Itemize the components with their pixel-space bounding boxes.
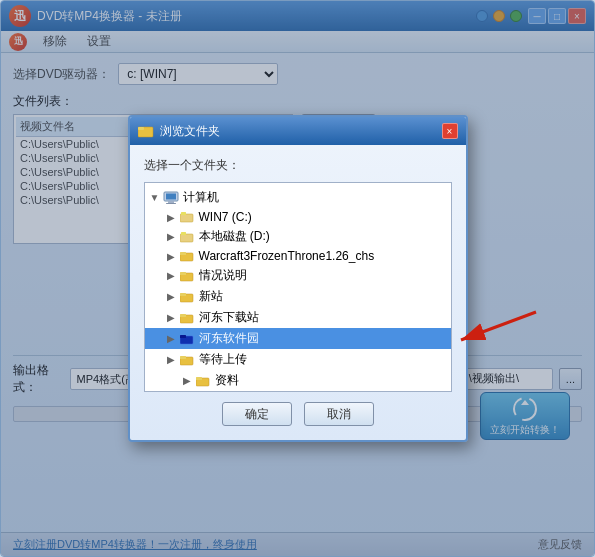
- folder-hedong-dl-icon: [179, 311, 195, 325]
- expand-icon-qingkuang: ▶: [165, 270, 177, 282]
- tree-node-win7[interactable]: ▶ WIN7 (C:): [145, 208, 451, 226]
- tree-node-hedong-sw[interactable]: ▶ 河东软件园: [145, 328, 451, 349]
- confirm-button[interactable]: 确定: [222, 402, 292, 426]
- svg-rect-7: [138, 127, 144, 130]
- drive-d-icon: [179, 230, 195, 244]
- tree-label-hedong-dl: 河东下载站: [199, 309, 259, 326]
- dialog-title: 浏览文件夹: [160, 123, 442, 140]
- computer-icon: [163, 191, 179, 205]
- svg-rect-17: [180, 252, 186, 255]
- expand-icon-warcraft: ▶: [165, 250, 177, 262]
- svg-rect-29: [196, 377, 202, 380]
- tree-label-computer: 计算机: [183, 189, 219, 206]
- svg-rect-11: [166, 203, 176, 204]
- folder-dengdai-icon: [179, 353, 195, 367]
- svg-rect-23: [180, 314, 186, 317]
- svg-rect-13: [181, 212, 186, 215]
- expand-icon-dengdai: ▶: [165, 354, 177, 366]
- svg-rect-12: [180, 214, 193, 222]
- tree-node-warcraft[interactable]: ▶ Warcraft3FrozenThrone1.26_chs: [145, 247, 451, 265]
- tree-label-ziliao: 资料: [215, 372, 239, 389]
- dialog-instruction: 选择一个文件夹：: [144, 157, 452, 174]
- folder-warcraft-icon: [179, 249, 195, 263]
- folder-qingkuang-icon: [179, 269, 195, 283]
- expand-icon-xinzhan: ▶: [165, 291, 177, 303]
- tree-label-win7: WIN7 (C:): [199, 210, 252, 224]
- svg-rect-27: [180, 356, 186, 359]
- svg-line-31: [461, 312, 536, 340]
- browse-folder-dialog: 浏览文件夹 × 选择一个文件夹： ▼: [128, 115, 468, 442]
- tree-node-dengdai[interactable]: ▶ 等待上传: [145, 349, 451, 370]
- tree-label-dengdai: 等待上传: [199, 351, 247, 368]
- dialog-body: 选择一个文件夹： ▼: [130, 145, 466, 440]
- dialog-title-icon: [138, 124, 154, 138]
- tree-label-warcraft: Warcraft3FrozenThrone1.26_chs: [199, 249, 375, 263]
- tree-label-xinzhan: 新站: [199, 288, 223, 305]
- folder-xinzhan-icon: [179, 290, 195, 304]
- tree-node-hedong-dl[interactable]: ▶ 河东下载站: [145, 307, 451, 328]
- dialog-overlay: 浏览文件夹 × 选择一个文件夹： ▼: [1, 1, 594, 556]
- svg-rect-10: [168, 201, 174, 203]
- tree-node-ziliao[interactable]: ▶ 资料: [145, 370, 451, 391]
- svg-rect-25: [180, 335, 186, 338]
- svg-rect-14: [180, 234, 193, 242]
- dialog-close-button[interactable]: ×: [442, 123, 458, 139]
- expand-icon-ziliao: ▶: [181, 375, 193, 387]
- tree-node-xinzhan[interactable]: ▶ 新站: [145, 286, 451, 307]
- tree-node-computer[interactable]: ▼ 计算机: [145, 187, 451, 208]
- svg-rect-19: [180, 272, 186, 275]
- expand-icon-win7: ▶: [165, 211, 177, 223]
- dialog-buttons: 确定 取消: [144, 402, 452, 428]
- svg-rect-21: [180, 293, 186, 296]
- tree-node-local-d[interactable]: ▶ 本地磁盘 (D:): [145, 226, 451, 247]
- expand-icon-hedong-dl: ▶: [165, 312, 177, 324]
- expand-icon-computer: ▼: [149, 192, 161, 204]
- folder-hedong-sw-icon: [179, 332, 195, 346]
- svg-rect-9: [166, 193, 176, 199]
- expand-icon-local-d: ▶: [165, 231, 177, 243]
- svg-rect-15: [181, 232, 186, 235]
- folder-ziliao-icon: [195, 374, 211, 388]
- folder-tree[interactable]: ▼ 计算机: [144, 182, 452, 392]
- expand-icon-hedong-sw: ▶: [165, 333, 177, 345]
- app-window: 迅 DVD转MP4换换器 - 未注册 ─ □ × 迅 移除 设置 选择DVD驱动…: [0, 0, 595, 557]
- tree-label-local-d: 本地磁盘 (D:): [199, 228, 270, 245]
- tree-node-qingkuang[interactable]: ▶ 情况说明: [145, 265, 451, 286]
- tree-label-qingkuang: 情况说明: [199, 267, 247, 284]
- tree-label-hedong-sw: 河东软件园: [199, 330, 259, 347]
- dialog-title-bar: 浏览文件夹 ×: [130, 117, 466, 145]
- drive-c-icon: [179, 210, 195, 224]
- cancel-button[interactable]: 取消: [304, 402, 374, 426]
